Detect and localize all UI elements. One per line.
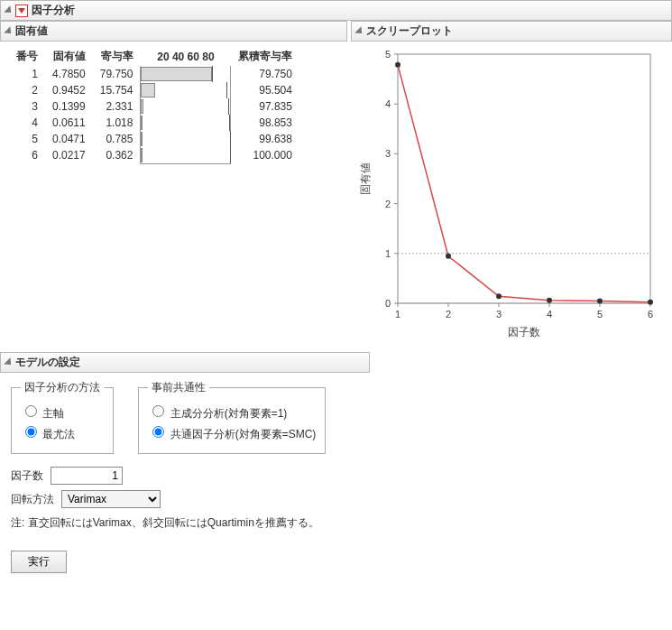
cell-eigen: 0.0611 <box>45 115 93 131</box>
svg-point-29 <box>446 254 451 259</box>
cell-bar <box>141 131 231 147</box>
table-row: 14.785079.75079.750 <box>9 66 299 82</box>
col-eigen: 固有値 <box>45 47 93 66</box>
svg-point-33 <box>648 300 653 305</box>
scree-plot: 012345123456因子数固有値 <box>351 42 672 347</box>
col-num: 番号 <box>9 47 45 66</box>
svg-text:3: 3 <box>496 309 502 320</box>
svg-text:0: 0 <box>385 298 391 309</box>
col-bar: 20 40 60 80 <box>141 47 231 66</box>
panel-header-scree[interactable]: スクリープロット <box>351 21 672 42</box>
radio-row-cfa[interactable]: 共通因子分析(対角要素=SMC) <box>148 423 316 442</box>
svg-text:5: 5 <box>597 309 603 320</box>
radio-row-pca[interactable]: 主成分分析(対角要素=1) <box>148 403 316 422</box>
cell-cum: 97.835 <box>231 98 299 115</box>
radio-row-pa[interactable]: 主軸 <box>21 403 104 422</box>
cell-bar <box>141 98 231 115</box>
cell-contrib: 2.331 <box>93 98 141 115</box>
cell-contrib: 79.750 <box>93 66 141 82</box>
svg-text:4: 4 <box>385 98 391 109</box>
radio-pa[interactable] <box>25 405 37 417</box>
radio-ml-label: 最尤法 <box>42 428 75 440</box>
svg-text:1: 1 <box>395 309 400 320</box>
options-menu-icon[interactable] <box>15 5 28 17</box>
radio-pa-label: 主軸 <box>42 407 64 420</box>
cell-num: 4 <box>9 115 45 131</box>
cell-eigen: 4.7850 <box>45 66 93 82</box>
svg-text:因子数: 因子数 <box>508 326 540 338</box>
nfactors-label: 因子数 <box>11 468 43 484</box>
cell-bar <box>141 82 231 98</box>
cell-cum: 99.638 <box>231 131 299 147</box>
svg-text:2: 2 <box>446 309 451 320</box>
svg-point-30 <box>496 293 502 299</box>
eigen-title: 固有値 <box>15 23 48 39</box>
cell-bar <box>141 115 231 131</box>
col-contrib: 寄与率 <box>93 47 141 66</box>
radio-cfa[interactable] <box>152 426 164 438</box>
svg-text:3: 3 <box>385 148 391 159</box>
svg-point-28 <box>395 62 400 68</box>
cell-num: 1 <box>9 66 45 82</box>
table-row: 20.945215.75495.504 <box>9 82 299 98</box>
radio-ml[interactable] <box>25 426 37 438</box>
cell-num: 5 <box>9 131 45 147</box>
col-cum: 累積寄与率 <box>231 47 299 66</box>
svg-marker-0 <box>18 8 25 14</box>
prior-legend: 事前共通性 <box>148 380 209 395</box>
table-row: 60.02170.362100.000 <box>9 147 299 163</box>
table-row: 50.04710.78599.638 <box>9 131 299 147</box>
radio-row-ml[interactable]: 最尤法 <box>21 423 104 442</box>
disclosure-icon <box>4 357 14 367</box>
cell-cum: 95.504 <box>231 82 299 98</box>
cell-contrib: 0.785 <box>93 131 141 147</box>
svg-text:2: 2 <box>385 199 391 209</box>
radio-pca[interactable] <box>152 405 164 417</box>
svg-text:1: 1 <box>385 248 391 259</box>
cell-cum: 98.853 <box>231 115 299 131</box>
cell-eigen: 0.0471 <box>45 131 93 147</box>
run-button[interactable]: 実行 <box>11 551 67 573</box>
disclosure-icon <box>4 5 14 15</box>
svg-text:5: 5 <box>385 49 391 60</box>
cell-contrib: 0.362 <box>93 147 141 163</box>
radio-pca-label: 主成分分析(対角要素=1) <box>170 407 288 420</box>
rotation-label: 回転方法 <box>11 492 54 507</box>
disclosure-icon <box>354 26 364 36</box>
cell-eigen: 0.9452 <box>45 82 93 98</box>
panel-header-eigen[interactable]: 固有値 <box>0 21 347 42</box>
cell-eigen: 0.0217 <box>45 147 93 163</box>
svg-point-32 <box>597 298 603 303</box>
cell-num: 3 <box>9 98 45 115</box>
cell-eigen: 0.1399 <box>45 98 93 115</box>
radio-cfa-label: 共通因子分析(対角要素=SMC) <box>170 428 317 440</box>
svg-text:6: 6 <box>648 309 653 320</box>
nfactors-input[interactable] <box>51 467 123 485</box>
rotation-note: 注: 直交回転にはVarimax、斜交回転にはQuartiminを推薦する。 <box>11 515 359 531</box>
eigen-table: 番号 固有値 寄与率 20 40 60 80 累積寄与率 14.785079.7… <box>9 47 299 164</box>
svg-point-31 <box>547 298 552 303</box>
svg-text:固有値: 固有値 <box>359 162 372 195</box>
cell-num: 6 <box>9 147 45 163</box>
model-title: モデルの設定 <box>15 355 80 370</box>
panel-header-factor-analysis[interactable]: 因子分析 <box>0 0 672 21</box>
panel-title: 因子分析 <box>32 3 75 18</box>
cell-bar <box>141 147 231 163</box>
fieldset-prior: 事前共通性 主成分分析(対角要素=1) 共通因子分析(対角要素=SMC) <box>138 380 326 454</box>
panel-header-model[interactable]: モデルの設定 <box>0 352 370 373</box>
cell-cum: 79.750 <box>231 66 299 82</box>
table-row: 40.06111.01898.853 <box>9 115 299 131</box>
scree-title: スクリープロット <box>366 23 453 39</box>
fieldset-method: 因子分析の方法 主軸 最尤法 <box>11 380 114 454</box>
svg-rect-1 <box>398 54 650 303</box>
cell-cum: 100.000 <box>231 147 299 163</box>
table-row: 30.13992.33197.835 <box>9 98 299 115</box>
cell-num: 2 <box>9 82 45 98</box>
svg-text:4: 4 <box>547 309 552 320</box>
cell-contrib: 15.754 <box>93 82 141 98</box>
disclosure-icon <box>4 26 14 36</box>
rotation-select[interactable]: Varimax <box>61 490 161 508</box>
cell-contrib: 1.018 <box>93 115 141 131</box>
cell-bar <box>141 66 231 82</box>
method-legend: 因子分析の方法 <box>21 380 104 395</box>
